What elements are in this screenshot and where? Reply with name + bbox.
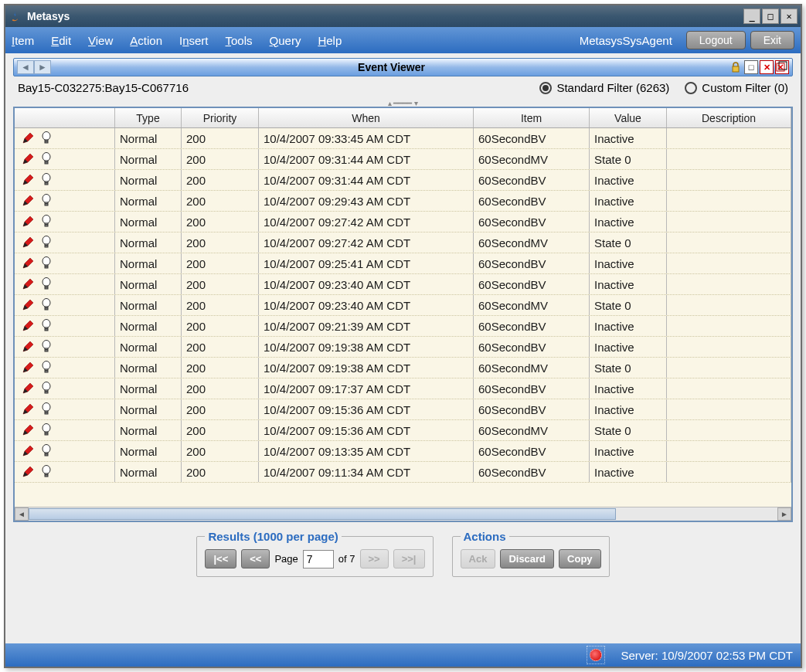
table-row[interactable]: Normal20010/4/2007 09:11:34 AM CDT60Seco… (15, 462, 791, 483)
results-legend: Results (1000 per page) (205, 530, 341, 543)
cell-type: Normal (115, 170, 182, 190)
page-input[interactable] (303, 550, 334, 568)
minimize-button[interactable]: _ (743, 8, 760, 24)
bulb-icon (41, 131, 52, 145)
table-row[interactable]: Normal20010/4/2007 09:23:40 AM CDT60Seco… (15, 295, 791, 316)
cell-description (667, 253, 791, 273)
filter-row: Bay15-C032275:Bay15-C067716 Standard Fil… (13, 76, 793, 99)
cell-item: 60SecondBV (474, 399, 590, 419)
discard-button[interactable]: Discard (500, 549, 554, 568)
first-page-button[interactable]: |<< (205, 549, 236, 568)
svg-point-15 (43, 195, 50, 203)
title-bar[interactable]: Metasys _ □ ✕ (5, 5, 801, 27)
pencil-icon (21, 340, 35, 354)
menu-tools[interactable]: Tools (226, 34, 253, 47)
header-item[interactable]: Item (474, 108, 590, 127)
last-page-button[interactable]: >>| (393, 549, 425, 568)
menu-edit[interactable]: Edit (51, 34, 71, 47)
scroll-right-button[interactable]: ► (777, 507, 791, 521)
table-row[interactable]: Normal20010/4/2007 09:15:36 AM CDT60Seco… (15, 420, 791, 441)
standard-filter-radio[interactable]: Standard Filter (6263) (539, 81, 669, 94)
splitter-grip[interactable]: ▴ ━━━━ ▾ (13, 99, 793, 107)
cell-when: 10/4/2007 09:27:42 AM CDT (259, 232, 474, 253)
cell-item: 60SecondBV (474, 441, 590, 461)
table-body[interactable]: Normal20010/4/2007 09:33:45 AM CDT60Seco… (15, 128, 791, 507)
exit-button[interactable]: Exit (750, 31, 794, 49)
event-table: Type Priority When Item Value Descriptio… (13, 107, 793, 522)
panel-title: Event Viewer (54, 61, 729, 73)
app-window: Metasys _ □ ✕ Item Edit View Action Inse… (4, 4, 802, 668)
lock-icon[interactable] (729, 60, 743, 74)
cell-item: 60SecondMV (474, 232, 590, 253)
cell-item: 60SecondMV (474, 149, 590, 169)
nav-back-button[interactable]: ◄ (17, 60, 34, 74)
menu-action[interactable]: Action (130, 34, 162, 47)
menu-item[interactable]: Item (12, 34, 34, 47)
scroll-left-button[interactable]: ◄ (15, 507, 29, 521)
pencil-icon (21, 236, 35, 249)
cell-type: Normal (115, 253, 182, 273)
scroll-thumb[interactable] (29, 508, 616, 520)
cell-priority: 200 (182, 232, 259, 253)
table-row[interactable]: Normal20010/4/2007 09:33:45 AM CDT60Seco… (15, 128, 791, 149)
pencil-icon (21, 152, 35, 166)
table-row[interactable]: Normal20010/4/2007 09:27:42 AM CDT60Seco… (15, 232, 791, 253)
cell-value: Inactive (590, 128, 667, 148)
cell-description (667, 149, 791, 169)
panel-close-icon[interactable]: ✕ (760, 60, 774, 74)
custom-filter-radio[interactable]: Custom Filter (0) (685, 81, 788, 94)
table-row[interactable]: Normal20010/4/2007 09:31:44 AM CDT60Seco… (15, 170, 791, 191)
cell-type: Normal (115, 462, 182, 482)
prev-page-button[interactable]: << (241, 549, 270, 568)
table-row[interactable]: Normal20010/4/2007 09:23:40 AM CDT60Seco… (15, 274, 791, 295)
record-indicator[interactable] (587, 646, 605, 664)
panel-close-all-icon[interactable] (775, 60, 789, 74)
table-row[interactable]: Normal20010/4/2007 09:29:43 AM CDT60Seco… (15, 191, 791, 212)
table-row[interactable]: Normal20010/4/2007 09:15:36 AM CDT60Seco… (15, 399, 791, 420)
cell-type: Normal (115, 441, 182, 461)
pencil-icon (21, 361, 35, 375)
next-page-button[interactable]: >> (360, 549, 389, 568)
table-row[interactable]: Normal20010/4/2007 09:19:38 AM CDT60Seco… (15, 358, 791, 378)
menu-view[interactable]: View (88, 34, 113, 47)
actions-legend: Actions (461, 530, 509, 543)
table-row[interactable]: Normal20010/4/2007 09:13:35 AM CDT60Seco… (15, 441, 791, 462)
header-value[interactable]: Value (590, 108, 667, 127)
header-type[interactable]: Type (115, 108, 182, 127)
close-button[interactable]: ✕ (780, 8, 797, 24)
bulb-icon (41, 465, 52, 479)
table-row[interactable]: Normal20010/4/2007 09:27:42 AM CDT60Seco… (15, 212, 791, 232)
header-icons[interactable] (15, 108, 115, 127)
panel-maximize-icon[interactable]: □ (744, 60, 758, 74)
table-row[interactable]: Normal20010/4/2007 09:31:44 AM CDT60Seco… (15, 149, 791, 170)
copy-button[interactable]: Copy (559, 549, 601, 568)
horizontal-scrollbar[interactable]: ◄ ► (15, 507, 791, 521)
cell-description (667, 212, 791, 232)
header-when[interactable]: When (259, 108, 474, 127)
bulb-icon (41, 215, 52, 229)
cell-description (667, 358, 791, 378)
logout-button[interactable]: Logout (686, 31, 746, 49)
table-row[interactable]: Normal20010/4/2007 09:17:37 AM CDT60Seco… (15, 378, 791, 399)
table-row[interactable]: Normal20010/4/2007 09:25:41 AM CDT60Seco… (15, 253, 791, 274)
cell-item: 60SecondBV (474, 212, 590, 232)
table-row[interactable]: Normal20010/4/2007 09:19:38 AM CDT60Seco… (15, 337, 791, 358)
pencil-icon (21, 215, 35, 229)
table-row[interactable]: Normal20010/4/2007 09:21:39 AM CDT60Seco… (15, 316, 791, 337)
maximize-button[interactable]: □ (762, 8, 779, 24)
cell-priority: 200 (182, 253, 259, 273)
cell-priority: 200 (182, 274, 259, 294)
header-priority[interactable]: Priority (182, 108, 259, 127)
cell-priority: 200 (182, 358, 259, 378)
menu-help[interactable]: Help (318, 34, 342, 47)
cell-item: 60SecondBV (474, 274, 590, 294)
nav-forward-button[interactable]: ► (34, 60, 51, 74)
menu-query[interactable]: Query (270, 34, 301, 47)
menu-insert[interactable]: Insert (179, 34, 209, 47)
cell-type: Normal (115, 212, 182, 232)
ack-button[interactable]: Ack (461, 549, 496, 568)
header-description[interactable]: Description (667, 108, 791, 127)
cell-type: Normal (115, 420, 182, 440)
table-header: Type Priority When Item Value Descriptio… (15, 108, 791, 128)
radio-unchecked-icon (685, 82, 697, 94)
